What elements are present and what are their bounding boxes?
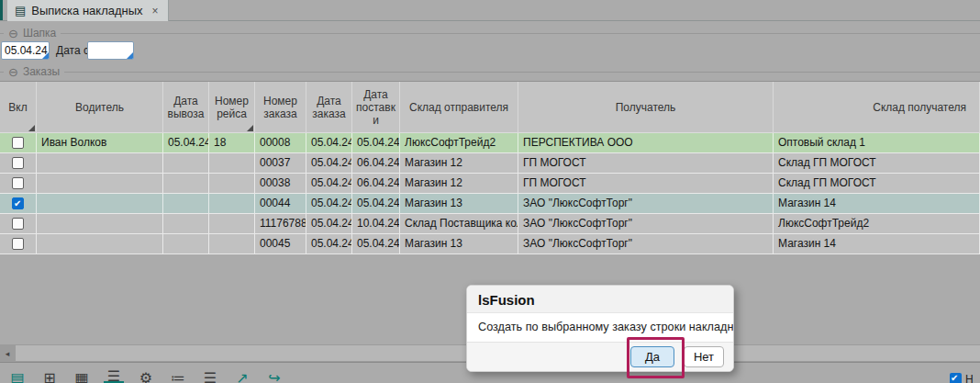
forward-one-icon[interactable]: ↪ (264, 367, 284, 383)
row-include-checkbox[interactable] (12, 197, 24, 209)
export-arrow-icon[interactable]: ↗ (232, 367, 252, 383)
cell-recipient-warehouse[interactable]: ЛюксСофтТрейд2 (774, 214, 980, 233)
cell-delivery-date[interactable]: 05.04.24 (352, 234, 400, 253)
cell-order-date[interactable]: 05.04.24 (306, 133, 352, 152)
menu-lines-icon[interactable]: ☰ (200, 367, 220, 383)
cell-trip-number[interactable] (209, 234, 255, 253)
cell-order-number[interactable]: 00037 (255, 153, 306, 173)
column-header-departure-date[interactable]: Дата вывоза (163, 82, 209, 132)
cell-departure-date[interactable] (163, 153, 209, 173)
cell-order-number[interactable]: 00038 (255, 174, 306, 193)
cell-include[interactable] (0, 234, 37, 253)
row-include-checkbox[interactable] (12, 137, 24, 149)
table-row[interactable]: 1117678871 05.04.24 10.04.24 Склад Поста… (0, 214, 980, 234)
table-grid-icon[interactable]: ⊞ (39, 367, 60, 383)
cell-sender-warehouse[interactable]: ЛюксСофтТрейд2 (400, 133, 518, 152)
group-change-icon[interactable]: ▤ (7, 367, 28, 383)
cell-delivery-date[interactable]: 06.04.24 (352, 153, 400, 173)
cell-recipient[interactable]: ГП МОГОСТ (518, 153, 774, 173)
cell-driver[interactable]: Иван Волков (37, 133, 163, 152)
cell-sender-warehouse[interactable]: Магазин 13 (400, 234, 518, 253)
cell-trip-number[interactable] (209, 153, 255, 173)
cell-driver[interactable] (37, 153, 163, 173)
table-row[interactable]: 00045 05.04.24 05.04.24 Магазин 13 ЗАО "… (0, 234, 980, 254)
cell-include[interactable] (0, 133, 37, 152)
numbered-list-icon[interactable]: ≔ (168, 367, 188, 383)
cell-order-number[interactable]: 00044 (255, 194, 306, 213)
column-header-recipient-warehouse[interactable]: Склад получателя (774, 82, 980, 132)
settings-gear-icon[interactable]: ⚙ (136, 367, 156, 383)
cell-departure-date[interactable] (163, 174, 209, 193)
cell-departure-date[interactable]: 05.04.24 (163, 133, 209, 152)
column-header-recipient[interactable]: Получатель (518, 82, 774, 132)
table-row[interactable]: 00037 05.04.24 06.04.24 Магазин 12 ГП МО… (0, 153, 980, 174)
cell-recipient[interactable]: ЗАО "ЛюксСофтТорг" (518, 234, 774, 253)
cell-recipient-warehouse[interactable]: Оптовый склад 1 (774, 133, 980, 152)
row-include-checkbox[interactable] (12, 238, 24, 250)
cell-recipient-warehouse[interactable]: Магазин 14 (774, 194, 980, 213)
cell-order-date[interactable]: 05.04.24 (306, 234, 352, 253)
cell-order-date[interactable]: 05.04.24 (306, 153, 352, 173)
status-checkbox[interactable] (950, 373, 962, 383)
filter-lines-icon[interactable]: ☰ (104, 367, 124, 383)
table-row[interactable]: 00038 05.04.24 06.04.24 Магазин 12 ГП МО… (0, 174, 980, 194)
column-header-delivery-date[interactable]: Дата поставки (352, 82, 400, 132)
cell-include[interactable] (0, 194, 37, 213)
cell-sender-warehouse[interactable]: Магазин 12 (400, 153, 518, 173)
cell-driver[interactable] (37, 174, 163, 193)
cell-recipient[interactable]: ЗАО "ЛюксСофтТорг" (518, 194, 774, 213)
cell-order-date[interactable]: 05.04.24 (306, 194, 352, 213)
cell-delivery-date[interactable]: 05.04.24 (352, 133, 400, 152)
table-row[interactable]: 00044 05.04.24 05.04.24 Магазин 13 ЗАО "… (0, 194, 980, 214)
cell-include[interactable] (0, 214, 37, 233)
column-header-sender-warehouse[interactable]: Склад отправителя (400, 82, 518, 132)
column-header-order-date[interactable]: Дата заказа (306, 82, 352, 132)
column-header-driver[interactable]: Водитель (37, 82, 163, 132)
row-include-checkbox[interactable] (12, 157, 24, 169)
cell-recipient[interactable]: ЗАО "ЛюксСофтТорг" (518, 214, 774, 233)
cell-sender-warehouse[interactable]: Магазин 13 (400, 194, 518, 213)
cell-delivery-date[interactable]: 10.04.24 (352, 214, 400, 233)
cell-include[interactable] (0, 174, 37, 193)
cell-delivery-date[interactable]: 06.04.24 (352, 174, 400, 193)
column-header-order-number[interactable]: Номер заказа (255, 82, 306, 132)
cell-departure-date[interactable] (163, 214, 209, 233)
cell-recipient-warehouse[interactable]: Склад ГП МОГОСТ (774, 174, 980, 193)
row-include-checkbox[interactable] (12, 177, 24, 189)
cell-departure-date[interactable] (163, 234, 209, 253)
cell-order-number[interactable]: 1117678871 (255, 214, 306, 233)
cell-trip-number[interactable] (209, 214, 255, 233)
cell-trip-number[interactable] (209, 174, 255, 193)
cell-order-date[interactable]: 05.04.24 (306, 214, 352, 233)
tab-close-icon[interactable]: × (152, 5, 159, 17)
cell-trip-number[interactable]: 18 (209, 133, 255, 152)
scrollbar-left-arrow-icon[interactable]: ◂ (0, 344, 15, 363)
date-from-input[interactable] (87, 41, 134, 60)
calendar-icon[interactable]: ▦ (72, 367, 92, 383)
cell-driver[interactable] (37, 194, 163, 213)
tab-invoice-statement[interactable]: ▤ Выписка накладных × (7, 0, 169, 21)
cell-departure-date[interactable] (163, 194, 209, 213)
cell-delivery-date[interactable]: 05.04.24 (352, 194, 400, 213)
cell-driver[interactable] (37, 214, 163, 233)
cell-sender-warehouse[interactable]: Склад Поставщика колб (400, 214, 518, 233)
cell-driver[interactable] (37, 234, 163, 253)
cell-order-date[interactable]: 05.04.24 (306, 174, 352, 193)
cell-include[interactable] (0, 153, 37, 173)
cell-recipient-warehouse[interactable]: Магазин 14 (774, 234, 980, 253)
cell-order-number[interactable]: 00045 (255, 234, 306, 253)
column-header-incl[interactable]: Вкл (0, 82, 37, 132)
collapse-icon[interactable]: ⊖ (8, 66, 18, 78)
cell-sender-warehouse[interactable]: Магазин 12 (400, 174, 518, 193)
date-input[interactable]: 05.04.24 (1, 41, 50, 60)
cell-recipient[interactable]: ГП МОГОСТ (518, 174, 774, 193)
collapse-icon[interactable]: ⊖ (8, 28, 18, 39)
cell-order-number[interactable]: 00008 (255, 133, 306, 152)
no-button[interactable]: Нет (684, 346, 724, 367)
cell-recipient-warehouse[interactable]: Склад ГП МОГОСТ (774, 153, 980, 173)
cell-trip-number[interactable] (209, 194, 255, 213)
cell-recipient[interactable]: ПЕРСПЕКТИВА ООО (518, 133, 774, 152)
column-header-trip-number[interactable]: Номер рейса (209, 82, 255, 132)
table-row[interactable]: Иван Волков 05.04.24 18 00008 05.04.24 0… (0, 133, 980, 153)
row-include-checkbox[interactable] (12, 218, 24, 230)
